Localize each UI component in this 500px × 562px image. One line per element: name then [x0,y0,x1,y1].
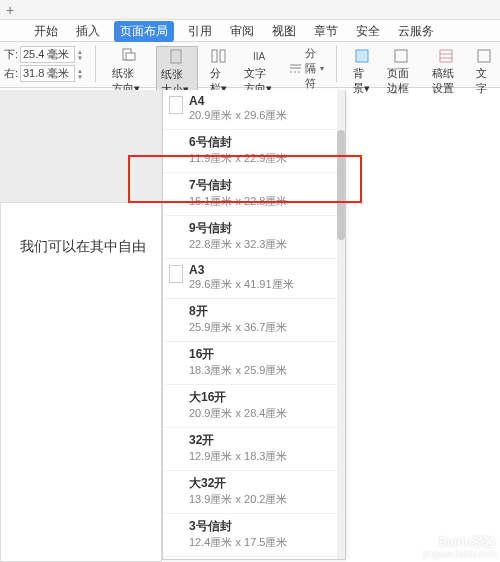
tab-security[interactable]: 安全 [352,21,384,42]
new-tab-button[interactable]: + [6,2,14,18]
background-icon [354,48,370,64]
paper-size-option[interactable]: 8开25.9厘米 x 36.7厘米 [163,298,345,341]
tab-insert[interactable]: 插入 [72,21,104,42]
paper-size-dims: 11.9厘米 x 22.9厘米 [189,151,287,166]
paper-size-name: 9号信封 [189,220,287,237]
paper-size-name: 32开 [189,432,287,449]
paper-size-option[interactable]: 大16开20.9厘米 x 28.4厘米 [163,384,345,427]
svg-rect-1 [126,53,135,60]
chevron-down-icon: ▾ [320,64,324,73]
svg-rect-18 [478,50,490,62]
draft-icon [438,48,454,64]
paper-size-dims: 12.4厘米 x 17.5厘米 [189,535,287,550]
svg-rect-2 [171,50,181,63]
text-button[interactable]: 文字 [472,46,496,98]
paper-size-name: 8开 [189,303,287,320]
paper-size-option[interactable]: 6号信封11.9厘米 x 22.9厘米 [163,129,345,172]
tab-cloud[interactable]: 云服务 [394,21,438,42]
tab-chapter[interactable]: 章节 [310,21,342,42]
paper-size-option[interactable]: 32开12.9厘米 x 18.3厘米 [163,427,345,470]
paper-size-menu: A420.9厘米 x 29.6厘米6号信封11.9厘米 x 22.9厘米7号信封… [162,90,346,560]
paper-size-dims: 13.9厘米 x 20.2厘米 [189,492,287,507]
margin-right-row[interactable]: 右: 31.8 毫米 ▲▼ [4,65,83,82]
svg-rect-13 [356,50,368,62]
paper-size-option[interactable]: 7号信封16.1厘米 x 22.8厘米 [163,172,345,215]
paper-size-dims: 12.9厘米 x 18.3厘米 [189,449,287,464]
paper-size-option[interactable]: 大32开13.9厘米 x 20.2厘米 [163,470,345,513]
orientation-icon [120,48,136,64]
paper-size-option[interactable]: A329.6厘米 x 41.91厘米 [163,258,345,298]
section-break-button[interactable]: 分隔符 ▾ [289,46,325,91]
svg-rect-3 [212,50,217,62]
tab-home[interactable]: 开始 [30,21,62,42]
margin-right-value[interactable]: 31.8 毫米 [20,65,75,82]
section-break-label: 分隔符 [305,46,319,91]
text-icon [476,48,492,64]
paper-size-dims: 22.8厘米 x 32.3厘米 [189,237,287,252]
margin-bottom-value[interactable]: 25.4 毫米 [20,46,75,63]
text-label: 文字 [476,66,492,96]
watermark: Baidu经验 jingyan.baidu.com [423,536,496,560]
scrollbar-thumb[interactable] [337,130,345,240]
paper-size-dims: 25.9厘米 x 36.7厘米 [189,320,287,335]
stepper-icon[interactable]: ▲▼ [77,49,83,61]
draft-setup-label: 稿纸设置 [432,66,460,96]
background-label: 背景▾ [353,66,371,96]
paper-size-option[interactable]: 5号信封10.9厘米 x 21.9厘米 [163,556,345,560]
margin-bottom-row[interactable]: 下: 25.4 毫米 ▲▼ [4,46,83,63]
tab-bar: 开始 插入 页面布局 引用 审阅 视图 章节 安全 云服务 [0,20,500,42]
svg-rect-4 [220,50,225,62]
paper-size-dims: 18.3厘米 x 25.9厘米 [189,363,287,378]
titlebar: + [0,0,500,20]
tab-page-layout[interactable]: 页面布局 [114,21,174,42]
watermark-sub: jingyan.baidu.com [423,548,496,560]
ribbon: 下: 25.4 毫米 ▲▼ 右: 31.8 毫米 ▲▼ 纸张方向▾ 纸张大小▾ … [0,42,500,88]
menu-scrollbar[interactable] [337,90,345,559]
paper-size-name: A3 [189,263,294,277]
paper-size-option[interactable]: 3号信封12.4厘米 x 17.5厘米 [163,513,345,556]
text-direction-icon: IIA [253,48,269,64]
divider [95,46,96,82]
margin-bottom-label: 下: [4,47,18,62]
paper-size-dims: 16.1厘米 x 22.8厘米 [189,194,287,209]
paper-size-dims: 20.9厘米 x 29.6厘米 [189,108,287,123]
svg-rect-15 [440,50,452,62]
margin-right-label: 右: [4,66,18,81]
page-border-label: 页面边框 [387,66,415,96]
svg-text:IIA: IIA [253,51,266,62]
document-body-text[interactable]: 我们可以在其中自由 [20,238,146,256]
paper-size-name: 6号信封 [189,134,287,151]
page-border-button[interactable]: 页面边框 [383,46,419,98]
paper-size-name: 16开 [189,346,287,363]
tab-references[interactable]: 引用 [184,21,216,42]
paper-size-name: 7号信封 [189,177,287,194]
tab-view[interactable]: 视图 [268,21,300,42]
paper-size-name: 大32开 [189,475,287,492]
paper-size-option[interactable]: 16开18.3厘米 x 25.9厘米 [163,341,345,384]
draft-setup-button[interactable]: 稿纸设置 [428,46,464,98]
paper-size-option[interactable]: A420.9厘米 x 29.6厘米 [163,90,345,129]
paper-size-dims: 29.6厘米 x 41.91厘米 [189,277,294,292]
section-break-icon [289,63,303,75]
tab-review[interactable]: 审阅 [226,21,258,42]
paper-size-icon [169,49,185,65]
paper-size-name: 3号信封 [189,518,287,535]
page-thumb-icon [169,265,183,283]
document-page[interactable] [0,202,162,562]
document-area: 我们可以在其中自由 [0,90,162,562]
page-thumb-icon [169,96,183,114]
paper-size-dims: 20.9厘米 x 28.4厘米 [189,406,287,421]
page-border-icon [393,48,409,64]
columns-icon [211,48,227,64]
background-button[interactable]: 背景▾ [349,46,375,98]
paper-size-name: 大16开 [189,389,287,406]
svg-rect-14 [395,50,407,62]
stepper-icon[interactable]: ▲▼ [77,68,83,80]
paper-size-name: A4 [189,94,287,108]
divider [336,46,337,82]
watermark-brand: Baidu经验 [423,536,496,548]
paper-size-option[interactable]: 9号信封22.8厘米 x 32.3厘米 [163,215,345,258]
margin-group: 下: 25.4 毫米 ▲▼ 右: 31.8 毫米 ▲▼ [4,46,83,82]
